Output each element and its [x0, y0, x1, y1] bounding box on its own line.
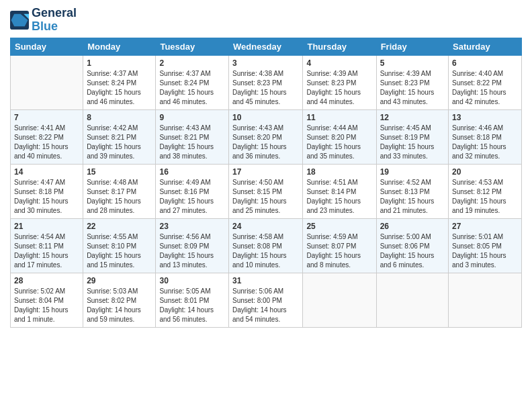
calendar-cell: 27Sunrise: 5:01 AM Sunset: 8:05 PM Dayli… — [449, 218, 522, 273]
day-content: Sunrise: 4:39 AM Sunset: 8:23 PM Dayligh… — [380, 69, 445, 107]
calendar-cell: 19Sunrise: 4:52 AM Sunset: 8:13 PM Dayli… — [376, 164, 448, 218]
logo: General Blue — [10, 7, 77, 34]
day-content: Sunrise: 5:03 AM Sunset: 8:02 PM Dayligh… — [87, 287, 152, 324]
weekday-header: Sunday — [11, 38, 83, 55]
day-number: 20 — [452, 167, 518, 177]
calendar-cell: 7Sunrise: 4:41 AM Sunset: 8:22 PM Daylig… — [11, 109, 83, 164]
day-number: 10 — [232, 113, 299, 122]
calendar-cell: 30Sunrise: 5:05 AM Sunset: 8:01 PM Dayli… — [156, 273, 229, 327]
day-content: Sunrise: 4:48 AM Sunset: 8:17 PM Dayligh… — [87, 178, 152, 216]
day-number: 24 — [232, 222, 299, 231]
day-number: 17 — [232, 167, 299, 177]
day-content: Sunrise: 4:40 AM Sunset: 8:22 PM Dayligh… — [452, 69, 518, 107]
day-content: Sunrise: 4:38 AM Sunset: 8:23 PM Dayligh… — [232, 69, 299, 107]
day-content: Sunrise: 4:46 AM Sunset: 8:18 PM Dayligh… — [452, 124, 518, 161]
day-number: 11 — [306, 113, 372, 122]
calendar-cell: 25Sunrise: 4:59 AM Sunset: 8:07 PM Dayli… — [303, 218, 376, 273]
day-number: 6 — [452, 58, 518, 68]
calendar-cell: 28Sunrise: 5:02 AM Sunset: 8:04 PM Dayli… — [11, 273, 83, 327]
weekday-header: Thursday — [303, 38, 376, 55]
calendar-cell: 8Sunrise: 4:42 AM Sunset: 8:21 PM Daylig… — [83, 109, 156, 164]
calendar-cell: 21Sunrise: 4:54 AM Sunset: 8:11 PM Dayli… — [11, 218, 83, 273]
day-number: 22 — [87, 222, 152, 231]
calendar-cell: 20Sunrise: 4:53 AM Sunset: 8:12 PM Dayli… — [449, 164, 522, 218]
header: General Blue — [10, 7, 522, 34]
day-number: 18 — [306, 167, 372, 177]
calendar-cell: 9Sunrise: 4:43 AM Sunset: 8:21 PM Daylig… — [156, 109, 229, 164]
day-content: Sunrise: 4:47 AM Sunset: 8:18 PM Dayligh… — [14, 178, 79, 216]
day-content: Sunrise: 4:49 AM Sunset: 8:16 PM Dayligh… — [159, 178, 225, 216]
calendar-cell: 10Sunrise: 4:43 AM Sunset: 8:20 PM Dayli… — [229, 109, 303, 164]
day-content: Sunrise: 4:43 AM Sunset: 8:20 PM Dayligh… — [232, 124, 299, 161]
calendar-cell: 14Sunrise: 4:47 AM Sunset: 8:18 PM Dayli… — [11, 164, 83, 218]
calendar-cell: 24Sunrise: 4:58 AM Sunset: 8:08 PM Dayli… — [229, 218, 303, 273]
calendar-cell: 5Sunrise: 4:39 AM Sunset: 8:23 PM Daylig… — [376, 55, 448, 109]
logo-icon — [10, 11, 29, 30]
logo-text: General Blue — [32, 7, 77, 34]
day-number: 13 — [452, 113, 518, 122]
day-number: 8 — [87, 113, 152, 122]
day-content: Sunrise: 4:50 AM Sunset: 8:15 PM Dayligh… — [232, 178, 299, 216]
day-content: Sunrise: 4:37 AM Sunset: 8:24 PM Dayligh… — [159, 69, 225, 107]
day-content: Sunrise: 4:51 AM Sunset: 8:14 PM Dayligh… — [306, 178, 372, 216]
day-number: 12 — [380, 113, 445, 122]
day-number: 19 — [380, 167, 445, 177]
day-content: Sunrise: 4:39 AM Sunset: 8:23 PM Dayligh… — [306, 69, 372, 107]
calendar-cell: 16Sunrise: 4:49 AM Sunset: 8:16 PM Dayli… — [156, 164, 229, 218]
day-content: Sunrise: 4:53 AM Sunset: 8:12 PM Dayligh… — [452, 178, 518, 216]
calendar-cell: 17Sunrise: 4:50 AM Sunset: 8:15 PM Dayli… — [229, 164, 303, 218]
calendar-week-row: 14Sunrise: 4:47 AM Sunset: 8:18 PM Dayli… — [11, 164, 522, 218]
day-content: Sunrise: 4:59 AM Sunset: 8:07 PM Dayligh… — [306, 232, 372, 270]
day-content: Sunrise: 4:44 AM Sunset: 8:20 PM Dayligh… — [306, 124, 372, 161]
day-number: 9 — [159, 113, 225, 122]
day-content: Sunrise: 4:45 AM Sunset: 8:19 PM Dayligh… — [380, 124, 445, 161]
weekday-header: Friday — [376, 38, 448, 55]
weekday-header: Tuesday — [156, 38, 229, 55]
day-number: 21 — [14, 222, 79, 231]
calendar-cell: 1Sunrise: 4:37 AM Sunset: 8:24 PM Daylig… — [83, 55, 156, 109]
day-number: 3 — [232, 58, 299, 68]
calendar-week-row: 28Sunrise: 5:02 AM Sunset: 8:04 PM Dayli… — [11, 273, 522, 327]
calendar-week-row: 21Sunrise: 4:54 AM Sunset: 8:11 PM Dayli… — [11, 218, 522, 273]
calendar-cell: 6Sunrise: 4:40 AM Sunset: 8:22 PM Daylig… — [449, 55, 522, 109]
calendar-week-row: 1Sunrise: 4:37 AM Sunset: 8:24 PM Daylig… — [11, 55, 522, 109]
calendar-cell: 29Sunrise: 5:03 AM Sunset: 8:02 PM Dayli… — [83, 273, 156, 327]
calendar-cell: 31Sunrise: 5:06 AM Sunset: 8:00 PM Dayli… — [229, 273, 303, 327]
calendar-cell — [449, 273, 522, 327]
day-number: 31 — [232, 276, 299, 285]
calendar-cell: 13Sunrise: 4:46 AM Sunset: 8:18 PM Dayli… — [449, 109, 522, 164]
calendar-cell: 4Sunrise: 4:39 AM Sunset: 8:23 PM Daylig… — [303, 55, 376, 109]
day-number: 14 — [14, 167, 79, 177]
day-number: 27 — [452, 222, 518, 231]
calendar-cell: 15Sunrise: 4:48 AM Sunset: 8:17 PM Dayli… — [83, 164, 156, 218]
day-number: 2 — [159, 58, 225, 68]
day-number: 23 — [159, 222, 225, 231]
day-content: Sunrise: 4:55 AM Sunset: 8:10 PM Dayligh… — [87, 232, 152, 270]
calendar-cell: 18Sunrise: 4:51 AM Sunset: 8:14 PM Dayli… — [303, 164, 376, 218]
calendar-week-row: 7Sunrise: 4:41 AM Sunset: 8:22 PM Daylig… — [11, 109, 522, 164]
day-number: 1 — [87, 58, 152, 68]
calendar-cell: 3Sunrise: 4:38 AM Sunset: 8:23 PM Daylig… — [229, 55, 303, 109]
day-content: Sunrise: 5:05 AM Sunset: 8:01 PM Dayligh… — [159, 287, 225, 324]
calendar-cell — [11, 55, 83, 109]
day-number: 28 — [14, 276, 79, 285]
day-content: Sunrise: 4:41 AM Sunset: 8:22 PM Dayligh… — [14, 124, 79, 161]
day-number: 26 — [380, 222, 445, 231]
calendar-cell: 23Sunrise: 4:56 AM Sunset: 8:09 PM Dayli… — [156, 218, 229, 273]
day-content: Sunrise: 4:37 AM Sunset: 8:24 PM Dayligh… — [87, 69, 152, 107]
page-container: General Blue SundayMondayTuesdayWednesda… — [0, 0, 532, 334]
calendar-table: SundayMondayTuesdayWednesdayThursdayFrid… — [10, 38, 522, 328]
day-number: 4 — [306, 58, 372, 68]
calendar-cell — [376, 273, 448, 327]
calendar-header-row: SundayMondayTuesdayWednesdayThursdayFrid… — [11, 38, 522, 55]
day-number: 16 — [159, 167, 225, 177]
day-content: Sunrise: 4:43 AM Sunset: 8:21 PM Dayligh… — [159, 124, 225, 161]
day-content: Sunrise: 4:42 AM Sunset: 8:21 PM Dayligh… — [87, 124, 152, 161]
day-content: Sunrise: 4:54 AM Sunset: 8:11 PM Dayligh… — [14, 232, 79, 270]
weekday-header: Wednesday — [229, 38, 303, 55]
day-content: Sunrise: 4:58 AM Sunset: 8:08 PM Dayligh… — [232, 232, 299, 270]
day-number: 7 — [14, 113, 79, 122]
day-content: Sunrise: 5:02 AM Sunset: 8:04 PM Dayligh… — [14, 287, 79, 324]
day-content: Sunrise: 4:52 AM Sunset: 8:13 PM Dayligh… — [380, 178, 445, 216]
weekday-header: Saturday — [449, 38, 522, 55]
